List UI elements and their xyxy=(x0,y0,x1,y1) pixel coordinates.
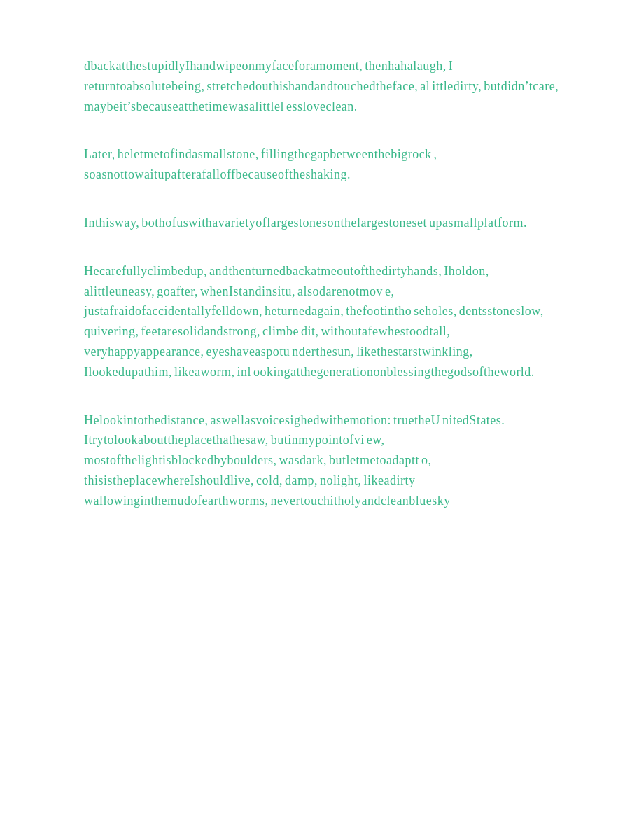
paragraph-2: Later, heletmetofindasmallstone, filling… xyxy=(84,144,560,185)
page-container: dbackatthestupidlyIhandwipeonmyfaceforam… xyxy=(0,0,644,834)
paragraph-3: Inthisway, bothofuswithavarietyoflargest… xyxy=(84,213,560,233)
paragraph-5: Helookintothedistance, aswellasvoicesigh… xyxy=(84,410,560,511)
paragraph-4: Hecarefullyclimbedup, andthenturnedbacka… xyxy=(84,261,560,382)
paragraph-1: dbackatthestupidlyIhandwipeonmyfaceforam… xyxy=(84,56,560,116)
